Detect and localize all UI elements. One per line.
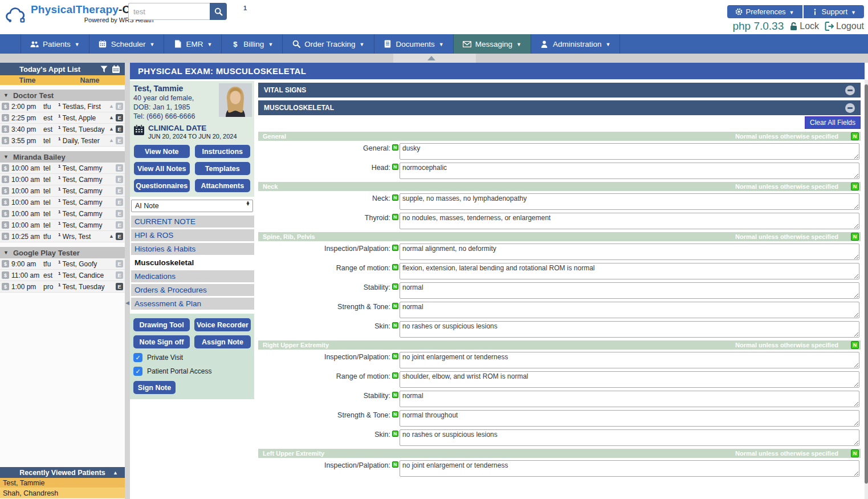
field-normal-badge[interactable]: N bbox=[392, 245, 398, 251]
superbill-icon[interactable]: $ bbox=[2, 114, 9, 121]
appointment-row[interactable]: $10:25 amtfu1 Wrs, Test▲E bbox=[0, 231, 125, 242]
normal-toggle-badge[interactable]: N bbox=[851, 233, 859, 241]
normal-toggle-badge[interactable]: N bbox=[851, 449, 859, 457]
field-textarea[interactable] bbox=[400, 371, 859, 388]
encounter-icon[interactable]: E bbox=[116, 233, 123, 240]
superbill-icon[interactable]: $ bbox=[2, 260, 9, 267]
field-normal-badge[interactable]: N bbox=[392, 411, 398, 417]
field-normal-badge[interactable]: N bbox=[392, 214, 398, 220]
provider-group-header[interactable]: ▼Google Play Tester bbox=[0, 247, 125, 258]
recently-viewed-patient[interactable]: Test, Tammie bbox=[0, 478, 125, 488]
appointment-row[interactable]: $10:00 amtel1 Test, CammyE bbox=[0, 174, 125, 185]
nav-item-order-tracking[interactable]: Order Tracking▼ bbox=[283, 34, 374, 54]
encounter-icon[interactable]: E bbox=[116, 125, 123, 133]
appointment-row[interactable]: $10:00 amtel1 Test, CammyE bbox=[0, 220, 125, 231]
field-normal-badge[interactable]: N bbox=[392, 264, 398, 270]
field-textarea[interactable] bbox=[400, 263, 859, 279]
appointment-row[interactable]: $10:00 amtel1 Test, CammyE bbox=[0, 163, 125, 174]
field-textarea[interactable] bbox=[400, 429, 859, 446]
checkbox-checked-icon[interactable]: ✓ bbox=[133, 367, 142, 376]
superbill-icon[interactable]: $ bbox=[2, 176, 9, 183]
superbill-icon[interactable]: $ bbox=[2, 221, 9, 229]
note-section-musculoskeletal[interactable]: Musculoskeletal bbox=[131, 257, 254, 269]
alert-flag-icon[interactable]: ▲ bbox=[109, 127, 114, 132]
field-normal-badge[interactable]: N bbox=[392, 194, 398, 201]
encounter-icon[interactable]: E bbox=[116, 114, 123, 121]
search-input[interactable] bbox=[128, 3, 210, 20]
nav-item-billing[interactable]: $Billing▼ bbox=[222, 34, 283, 54]
field-normal-badge[interactable]: N bbox=[392, 144, 398, 151]
filter-icon[interactable] bbox=[100, 66, 108, 73]
field-normal-badge[interactable]: N bbox=[392, 431, 398, 437]
questionnaires-button[interactable]: Questionnaires bbox=[134, 179, 190, 192]
normal-toggle-badge[interactable]: N bbox=[851, 341, 859, 349]
field-textarea[interactable] bbox=[400, 193, 859, 210]
field-textarea[interactable] bbox=[400, 410, 859, 427]
preferences-button[interactable]: Preferences▼ bbox=[727, 5, 802, 18]
appointment-row[interactable]: $3:55 pmtel1 Daily, Tester▲E bbox=[0, 135, 125, 147]
view-note-button[interactable]: View Note bbox=[134, 145, 190, 158]
note-section-hpi-ros[interactable]: HPI & ROS bbox=[131, 229, 254, 241]
superbill-icon[interactable]: $ bbox=[2, 103, 9, 110]
field-textarea[interactable] bbox=[400, 352, 859, 368]
encounter-icon[interactable]: E bbox=[116, 187, 123, 194]
field-textarea[interactable] bbox=[400, 244, 859, 260]
field-textarea[interactable] bbox=[400, 321, 859, 338]
appointment-row[interactable]: $1:00 pmpro1 Test, TuesdayE bbox=[0, 281, 125, 293]
field-normal-badge[interactable]: N bbox=[392, 322, 398, 328]
field-normal-badge[interactable]: N bbox=[392, 303, 398, 309]
superbill-icon[interactable]: $ bbox=[2, 187, 9, 194]
provider-group-header[interactable]: ▼Miranda Bailey bbox=[0, 151, 125, 163]
normal-toggle-badge[interactable]: N bbox=[851, 132, 859, 140]
note-sign-off-button[interactable]: Note Sign off bbox=[133, 335, 190, 348]
scrollbar-thumb[interactable] bbox=[865, 84, 868, 484]
instructions-button[interactable]: Instructions bbox=[195, 145, 251, 158]
appointment-row[interactable]: $10:00 amtel1 Test, CammyE bbox=[0, 185, 125, 197]
note-section-orders-procedures[interactable]: Orders & Procedures bbox=[131, 284, 254, 296]
nav-item-documents[interactable]: Documents▼ bbox=[374, 34, 454, 54]
appointment-row[interactable]: $10:00 amtel1 Test, CammyE bbox=[0, 197, 125, 208]
checkbox-checked-icon[interactable]: ✓ bbox=[133, 353, 142, 362]
note-section-assessment-plan[interactable]: Assessment & Plan bbox=[131, 298, 254, 310]
encounter-icon[interactable]: E bbox=[116, 198, 123, 206]
appointment-row[interactable]: $2:25 pmest1 Test, Apple▲E bbox=[0, 112, 125, 124]
view-all-notes-button[interactable]: View All Notes bbox=[134, 162, 190, 175]
voice-recorder-button[interactable]: Voice Recorder bbox=[194, 318, 251, 331]
alert-flag-icon[interactable]: ▲ bbox=[109, 104, 114, 109]
encounter-icon[interactable]: E bbox=[116, 176, 123, 183]
note-type-select[interactable]: AI Note bbox=[131, 200, 253, 212]
alert-flag-icon[interactable]: ▲ bbox=[109, 234, 114, 239]
musculoskeletal-bar[interactable]: MUSCULOSKELETAL bbox=[258, 100, 861, 115]
field-textarea[interactable] bbox=[400, 302, 859, 318]
superbill-icon[interactable]: $ bbox=[2, 164, 9, 172]
superbill-icon[interactable]: $ bbox=[2, 198, 9, 206]
recently-viewed-patient[interactable]: Shah, Chandresh bbox=[0, 488, 125, 498]
superbill-icon[interactable]: $ bbox=[2, 137, 9, 144]
appointment-row[interactable]: $9:00 amtfu1 Test, GoofyE bbox=[0, 258, 125, 270]
field-textarea[interactable] bbox=[400, 163, 859, 179]
field-normal-badge[interactable]: N bbox=[392, 164, 398, 170]
nav-item-administration[interactable]: Administration▼ bbox=[531, 34, 620, 54]
field-textarea[interactable] bbox=[400, 213, 859, 229]
superbill-icon[interactable]: $ bbox=[2, 233, 9, 240]
encounter-icon[interactable]: E bbox=[116, 103, 123, 110]
encounter-icon[interactable]: E bbox=[116, 271, 123, 279]
note-section-histories-habits[interactable]: Histories & Habits bbox=[131, 243, 254, 255]
encounter-icon[interactable]: E bbox=[116, 260, 123, 267]
normal-toggle-badge[interactable]: N bbox=[851, 182, 859, 190]
superbill-icon[interactable]: $ bbox=[2, 125, 9, 133]
sign-note-button[interactable]: Sign Note bbox=[133, 381, 176, 394]
encounter-icon[interactable]: E bbox=[116, 164, 123, 172]
alert-flag-icon[interactable]: ▲ bbox=[109, 138, 114, 143]
appointment-row[interactable]: $10:00 amtel1 Test, CammyE bbox=[0, 208, 125, 220]
appointment-row[interactable]: $3:40 pmest1 Test, Tuesday▲E bbox=[0, 124, 125, 135]
field-normal-badge[interactable]: N bbox=[392, 283, 398, 290]
superbill-icon[interactable]: $ bbox=[2, 283, 9, 290]
checkbox-row[interactable]: ✓Private Visit bbox=[133, 353, 251, 362]
encounter-icon[interactable]: E bbox=[116, 221, 123, 229]
nav-item-patients[interactable]: Patients▼ bbox=[21, 34, 89, 54]
nav-item-scheduler[interactable]: Scheduler▼ bbox=[89, 34, 165, 54]
provider-group-header[interactable]: ▼Doctor Test bbox=[0, 90, 125, 101]
sidebar-collapse-handle[interactable]: ◀ bbox=[125, 298, 130, 308]
search-button[interactable] bbox=[210, 3, 227, 20]
